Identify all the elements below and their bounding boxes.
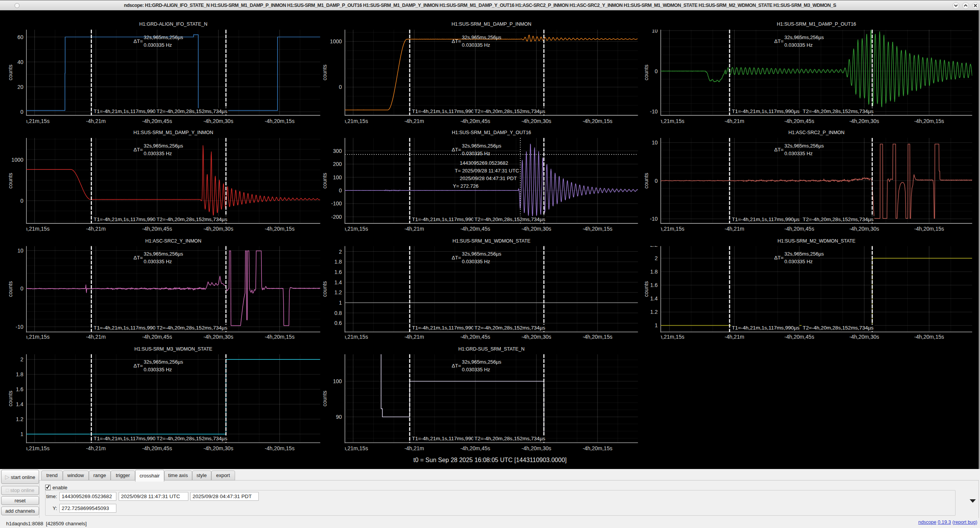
svg-text:-4h,20m,30s: -4h,20m,30s <box>849 226 879 232</box>
svg-text:-4h,20m,45s: -4h,20m,45s <box>784 118 814 124</box>
svg-text:-4h,21m: -4h,21m <box>725 118 744 124</box>
svg-text:T1=-4h,21m,1s,117ms,990µs: T1=-4h,21m,1s,117ms,990µs <box>94 325 162 331</box>
svg-text:T2=-4h,20m,28s,152ms,734µs: T2=-4h,20m,28s,152ms,734µs <box>474 216 545 222</box>
svg-text:T2=-4h,20m,28s,152ms,734µs: T2=-4h,20m,28s,152ms,734µs <box>803 216 874 222</box>
svg-text:-4h,20m,30s: -4h,20m,30s <box>204 334 234 340</box>
svg-text:-4h,20m,45s: -4h,20m,45s <box>461 334 490 340</box>
svg-text:1443095269.0523682: 1443095269.0523682 <box>460 160 508 166</box>
svg-text:0: 0 <box>20 285 23 292</box>
svg-text:2: 2 <box>339 249 342 255</box>
svg-text:-4h,20m,15s: -4h,20m,15s <box>583 334 612 340</box>
svg-text:-4h,20m,30s: -4h,20m,30s <box>849 334 879 340</box>
svg-text:32s,965ms,256µs: 32s,965ms,256µs <box>784 251 824 257</box>
svg-text:-4h,20m,45s: -4h,20m,45s <box>784 334 814 340</box>
svg-text:counts: counts <box>322 390 328 406</box>
svg-text:-4h,20m,15s: -4h,20m,15s <box>914 226 944 232</box>
svg-text:H1:SUS-SRM_M1_WDMON_STATE: H1:SUS-SRM_M1_WDMON_STATE <box>452 238 531 244</box>
svg-text:300: 300 <box>333 148 342 154</box>
svg-text:-4h,20m,15s: -4h,20m,15s <box>583 118 612 124</box>
svg-text:-4h,21m: -4h,21m <box>404 445 424 451</box>
svg-text:-4h,20m,15s: -4h,20m,15s <box>583 445 612 451</box>
svg-text:-4h,21m: -4h,21m <box>404 118 424 124</box>
svg-text:0.030335 Hz: 0.030335 Hz <box>784 42 813 48</box>
svg-text:counts: counts <box>322 281 328 297</box>
svg-text:H1:SUS-SRM_M2_WDMON_STATE: H1:SUS-SRM_M2_WDMON_STATE <box>777 238 856 244</box>
svg-text:-4h,20m,30s: -4h,20m,30s <box>521 118 551 124</box>
svg-text:H1:GRD-SUS_SRM_STATE_N: H1:GRD-SUS_SRM_STATE_N <box>458 346 524 352</box>
svg-text:H1:ASC-SRC2_Y_INMON: H1:ASC-SRC2_Y_INMON <box>145 238 202 244</box>
svg-text:0.030335 Hz: 0.030335 Hz <box>462 42 490 48</box>
svg-text:T2=-4h,20m,28s,152ms,734µs: T2=-4h,20m,28s,152ms,734µs <box>157 216 227 222</box>
svg-text:0: 0 <box>655 68 658 74</box>
svg-text:100: 100 <box>333 378 342 384</box>
svg-text:1.2: 1.2 <box>650 309 658 315</box>
svg-text:-4h,21m: -4h,21m <box>86 118 106 124</box>
svg-text:200: 200 <box>333 161 342 167</box>
svg-text:counts: counts <box>643 173 649 189</box>
svg-text:20: 20 <box>17 84 23 90</box>
svg-text:-4h,21m: -4h,21m <box>725 334 744 340</box>
svg-text:2025/09/28 04:47:31 PDT: 2025/09/28 04:47:31 PDT <box>460 175 517 181</box>
svg-text:0: 0 <box>339 84 342 90</box>
svg-text:0: 0 <box>20 198 23 204</box>
svg-text:1000: 1000 <box>11 157 23 163</box>
svg-text:H1:SUS-SRM_M1_DAMP_P_OUT16: H1:SUS-SRM_M1_DAMP_P_OUT16 <box>777 21 856 27</box>
svg-text:1.4: 1.4 <box>335 279 342 285</box>
svg-text:32s,965ms,256µs: 32s,965ms,256µs <box>144 34 183 40</box>
svg-text:2: 2 <box>20 356 23 362</box>
svg-text:1.4: 1.4 <box>16 401 24 407</box>
svg-text:H1:SUS-SRM_M1_DAMP_Y_OUT16: H1:SUS-SRM_M1_DAMP_Y_OUT16 <box>452 130 531 135</box>
svg-text:-100: -100 <box>331 200 342 207</box>
svg-text:ΔT=: ΔT= <box>452 147 461 152</box>
svg-text:T1=-4h,21m,1s,117ms,990µs: T1=-4h,21m,1s,117ms,990µs <box>732 108 800 114</box>
svg-text:ΔT=: ΔT= <box>134 147 143 152</box>
svg-text:0: 0 <box>339 187 342 193</box>
svg-text:T1=-4h,21m,1s,117ms,990µs: T1=-4h,21m,1s,117ms,990µs <box>412 436 480 441</box>
svg-text:1.4: 1.4 <box>650 295 658 302</box>
svg-text:T1=-4h,21m,1s,117ms,990µs: T1=-4h,21m,1s,117ms,990µs <box>732 216 800 222</box>
svg-text:-4h,21m: -4h,21m <box>725 226 744 232</box>
svg-text:0.6: 0.6 <box>335 320 342 326</box>
svg-text:10: 10 <box>17 248 23 254</box>
svg-text:-4h,21m: -4h,21m <box>86 226 106 232</box>
svg-text:T2=-4h,20m,28s,152ms,734µs: T2=-4h,20m,28s,152ms,734µs <box>157 108 227 114</box>
svg-text:32s,965ms,256µs: 32s,965ms,256µs <box>144 251 183 257</box>
svg-text:T2=-4h,20m,28s,152ms,734µs: T2=-4h,20m,28s,152ms,734µs <box>803 325 874 331</box>
svg-text:-4h,20m,30s: -4h,20m,30s <box>849 118 879 124</box>
svg-text:T1=-4h,21m,1s,117ms,990µs: T1=-4h,21m,1s,117ms,990µs <box>412 108 480 114</box>
svg-text:counts: counts <box>7 281 13 297</box>
svg-text:counts: counts <box>322 65 328 80</box>
svg-text:ΔT=: ΔT= <box>452 363 461 369</box>
svg-text:32s,965ms,256µs: 32s,965ms,256µs <box>784 143 824 149</box>
svg-text:-4h,20m,30s: -4h,20m,30s <box>521 226 551 232</box>
svg-text:T2=-4h,20m,28s,152ms,734µs: T2=-4h,20m,28s,152ms,734µs <box>474 325 545 331</box>
svg-text:0.030335 Hz: 0.030335 Hz <box>784 151 813 156</box>
svg-text:counts: counts <box>643 281 649 297</box>
svg-text:counts: counts <box>7 65 13 80</box>
svg-text:-4h,20m,30s: -4h,20m,30s <box>204 118 234 124</box>
svg-text:1.2: 1.2 <box>16 416 24 422</box>
svg-text:1000: 1000 <box>330 38 342 44</box>
svg-text:-4h,20m,15s: -4h,20m,15s <box>265 118 295 124</box>
svg-text:ΔT=: ΔT= <box>774 255 784 261</box>
svg-text:32s,965ms,256µs: 32s,965ms,256µs <box>784 34 824 40</box>
svg-text:-4h,20m,15s: -4h,20m,15s <box>265 334 295 340</box>
svg-text:2: 2 <box>655 255 658 261</box>
svg-text:-4h,21m: -4h,21m <box>404 226 424 232</box>
svg-text:ΔT=: ΔT= <box>452 255 461 261</box>
svg-text:1.6: 1.6 <box>335 269 342 275</box>
svg-text:0.030335 Hz: 0.030335 Hz <box>462 367 490 372</box>
svg-text:0: 0 <box>20 109 23 115</box>
svg-text:32s,965ms,256µs: 32s,965ms,256µs <box>144 143 183 149</box>
svg-text:0.030335 Hz: 0.030335 Hz <box>462 151 490 156</box>
svg-text:H1:GRD-ALIGN_IFO_STATE_N: H1:GRD-ALIGN_IFO_STATE_N <box>139 21 207 27</box>
svg-text:ΔT=: ΔT= <box>774 38 784 44</box>
svg-text:T1=-4h,21m,1s,117ms,990µs: T1=-4h,21m,1s,117ms,990µs <box>412 325 480 331</box>
svg-text:1.6: 1.6 <box>16 386 24 392</box>
svg-text:32s,965ms,256µs: 32s,965ms,256µs <box>462 359 501 365</box>
svg-text:-4h,20m,15s: -4h,20m,15s <box>914 334 944 340</box>
svg-text:-4h,21m: -4h,21m <box>86 445 106 451</box>
svg-text:counts: counts <box>322 173 328 189</box>
svg-text:-4h,20m,45s: -4h,20m,45s <box>461 118 490 124</box>
svg-text:T1=-4h,21m,1s,117ms,990µs: T1=-4h,21m,1s,117ms,990µs <box>94 436 162 441</box>
